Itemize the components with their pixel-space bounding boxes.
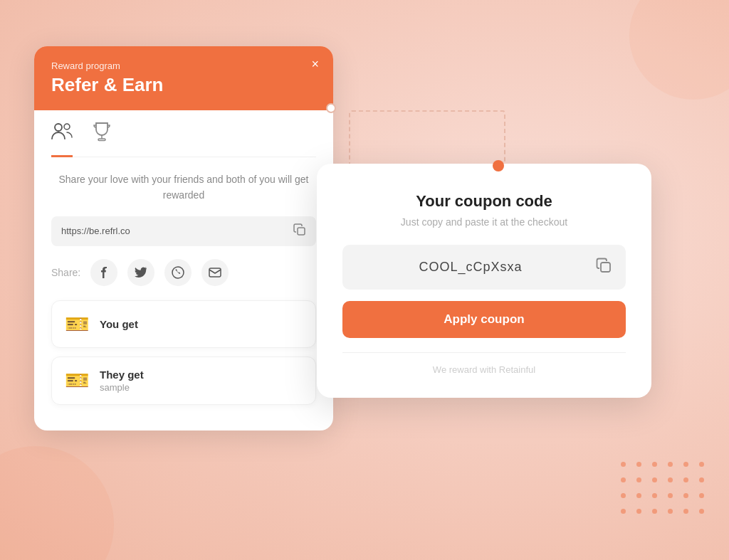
url-input-wrapper (51, 216, 316, 246)
bg-decoration-circle-1 (0, 446, 114, 560)
bg-decoration-circle-2 (629, 0, 729, 100)
connector-dot-right (493, 160, 504, 171)
connector-dot-left (326, 103, 336, 113)
copy-coupon-button[interactable] (593, 255, 614, 280)
they-get-label: They get (100, 369, 144, 381)
share-label: Share: (51, 267, 80, 278)
divider (342, 352, 626, 353)
they-get-icon: 🎫 (65, 369, 90, 392)
you-get-label: You get (100, 318, 138, 330)
people-icon (51, 122, 73, 145)
apply-coupon-button[interactable]: Apply coupon (342, 301, 626, 338)
trophy-icon (93, 122, 111, 147)
copy-url-button[interactable] (293, 223, 306, 239)
they-get-content: They get sample (100, 369, 144, 393)
reward-card-body: Share your love with your friends and bo… (34, 110, 333, 430)
reward-card-header: Reward program Refer & Earn × (34, 46, 333, 110)
email-button[interactable] (201, 259, 229, 286)
svg-rect-4 (298, 228, 305, 235)
facebook-button[interactable] (90, 259, 117, 286)
footer-text: We reward with Retainful (342, 364, 626, 375)
tab-rewards[interactable] (93, 122, 111, 157)
tab-share[interactable] (51, 122, 73, 157)
coupon-title: Your coupon code (342, 192, 626, 211)
description-text: Share your love with your friends and bo… (51, 171, 316, 204)
svg-point-0 (55, 124, 62, 131)
svg-point-1 (64, 124, 70, 130)
dots-decoration (621, 462, 708, 517)
svg-rect-7 (601, 263, 610, 272)
tabs (51, 110, 316, 157)
svg-rect-3 (98, 139, 105, 141)
url-input[interactable] (61, 226, 288, 236)
coupon-card: Your coupon code Just copy and paste it … (317, 164, 651, 398)
coupon-code-wrapper (342, 245, 626, 290)
share-row: Share: (51, 259, 316, 286)
svg-rect-6 (209, 268, 221, 277)
page-container: Reward program Refer & Earn × (0, 0, 729, 560)
twitter-button[interactable] (127, 259, 154, 286)
you-get-content: You get (100, 318, 138, 330)
they-get-sublabel: sample (100, 382, 144, 393)
whatsapp-button[interactable] (164, 259, 192, 286)
close-button[interactable]: × (311, 58, 319, 70)
they-get-item: 🎫 They get sample (51, 356, 316, 405)
reward-card: Reward program Refer & Earn × (34, 46, 333, 430)
you-get-item: 🎫 You get (51, 300, 316, 348)
reward-title: Refer & Earn (51, 74, 316, 96)
you-get-icon: 🎫 (65, 312, 90, 336)
coupon-code-input[interactable] (354, 260, 587, 275)
coupon-subtitle: Just copy and paste it at the checkout (342, 216, 626, 228)
reward-subtitle: Reward program (51, 60, 316, 71)
